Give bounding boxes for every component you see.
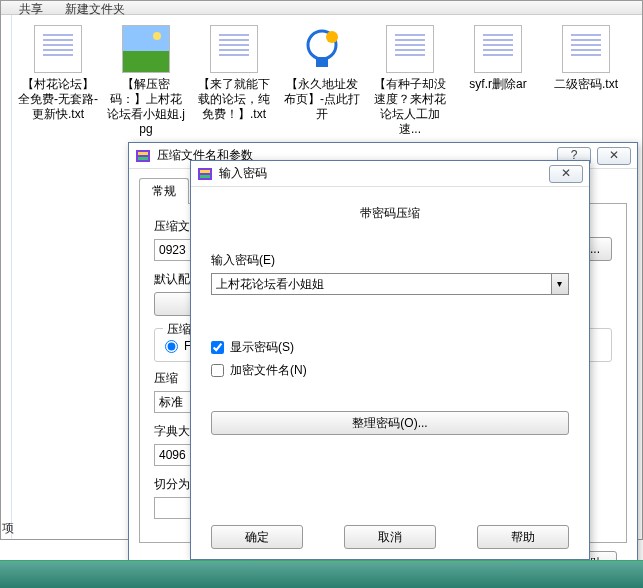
file-label: syf.r删除ar	[458, 77, 538, 92]
file-item[interactable]: 【村花论坛】全免费-无套路-更新快.txt	[18, 25, 98, 122]
file-item[interactable]: 【解压密码：】上村花论坛看小姐姐.jpg	[106, 25, 186, 137]
file-label: 【解压密码：】上村花论坛看小姐姐.jpg	[106, 77, 186, 137]
pwd-button-row: 确定 取消 帮助	[211, 511, 569, 549]
pwd-close-button[interactable]: ✕	[549, 165, 583, 183]
txt-file-icon	[210, 25, 258, 73]
svg-rect-5	[138, 157, 148, 160]
pwd-ok-button[interactable]: 确定	[211, 525, 303, 549]
sidebar-fragment: 项	[0, 520, 14, 537]
file-label: 【村花论坛】全免费-无套路-更新快.txt	[18, 77, 98, 122]
exe-file-icon	[298, 25, 346, 73]
explorer-toolbar: 共享 新建文件夹	[1, 1, 642, 15]
pwd-cancel-button[interactable]: 取消	[344, 525, 436, 549]
pwd-title-text: 输入密码	[219, 165, 543, 182]
file-label: 【来了就能下载的论坛，纯免费！】.txt	[194, 77, 274, 122]
tab-general[interactable]: 常规	[139, 178, 189, 204]
encrypt-names-label: 加密文件名(N)	[230, 362, 307, 379]
svg-rect-3	[136, 150, 150, 162]
file-item[interactable]: 【来了就能下载的论坛，纯免费！】.txt	[194, 25, 274, 122]
toolbar-newfolder[interactable]: 新建文件夹	[65, 1, 125, 14]
password-dropdown-arrow[interactable]: ▾	[552, 273, 569, 295]
svg-rect-7	[200, 170, 210, 173]
pwd-help-button[interactable]: 帮助	[477, 525, 569, 549]
winrar-icon	[135, 148, 151, 164]
file-label: 二级密码.txt	[546, 77, 626, 92]
pwd-titlebar[interactable]: 输入密码 ✕	[191, 161, 589, 187]
txt-file-icon	[34, 25, 82, 73]
password-input[interactable]	[211, 273, 552, 295]
txt-file-icon	[474, 25, 522, 73]
svg-point-1	[326, 31, 338, 43]
txt-file-icon	[386, 25, 434, 73]
organize-passwords-button[interactable]: 整理密码(O)...	[211, 411, 569, 435]
show-password-input[interactable]	[211, 341, 224, 354]
show-password-label: 显示密码(S)	[230, 339, 294, 356]
enter-password-label: 输入密码(E)	[211, 252, 569, 269]
format-radio-input[interactable]	[165, 340, 178, 353]
password-dialog: 输入密码 ✕ 带密码压缩 输入密码(E) ▾ 显示密码(S) 加密文件名(N) …	[190, 160, 590, 560]
encrypt-names-checkbox[interactable]: 加密文件名(N)	[211, 362, 569, 379]
winrar-icon	[197, 166, 213, 182]
file-label: 【有种子却没速度？来村花论坛人工加速...	[370, 77, 450, 137]
show-password-checkbox[interactable]: 显示密码(S)	[211, 339, 569, 356]
taskbar[interactable]	[0, 560, 643, 588]
toolbar-share[interactable]: 共享	[19, 1, 43, 14]
file-label: 【永久地址发布页】-点此打开	[282, 77, 362, 122]
file-item[interactable]: syf.r删除ar	[458, 25, 538, 92]
svg-rect-8	[200, 175, 210, 178]
svg-rect-6	[198, 168, 212, 180]
svg-rect-2	[316, 57, 328, 67]
encrypt-names-input[interactable]	[211, 364, 224, 377]
file-item[interactable]: 【有种子却没速度？来村花论坛人工加速...	[370, 25, 450, 137]
svg-rect-4	[138, 152, 148, 155]
close-button[interactable]: ✕	[597, 147, 631, 165]
txt-file-icon	[562, 25, 610, 73]
jpg-file-icon	[122, 25, 170, 73]
file-item[interactable]: 【永久地址发布页】-点此打开	[282, 25, 362, 122]
pwd-subtitle: 带密码压缩	[211, 205, 569, 222]
file-item[interactable]: 二级密码.txt	[546, 25, 626, 92]
